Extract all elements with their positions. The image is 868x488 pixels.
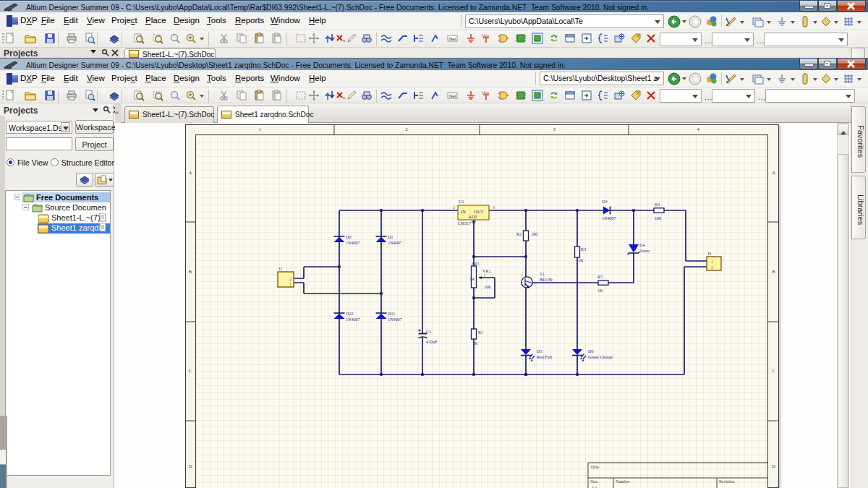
svg-text:Revision: Revision xyxy=(719,479,734,484)
svg-text:D3: D3 xyxy=(602,200,607,204)
svg-text:D22: D22 xyxy=(346,312,354,316)
svg-text:R5: R5 xyxy=(597,275,603,279)
svg-text:1: 1 xyxy=(483,274,485,278)
svg-text:R3: R3 xyxy=(581,247,586,252)
svg-text:VR5: VR5 xyxy=(472,262,480,266)
svg-text:1N4007: 1N4007 xyxy=(602,216,616,221)
svg-text:ADJ: ADJ xyxy=(468,214,477,219)
svg-text:2: 2 xyxy=(289,277,292,281)
svg-text:IN: IN xyxy=(461,209,466,214)
svg-text:C: C xyxy=(189,368,192,373)
svg-text:1: 1 xyxy=(258,127,260,132)
svg-text:R1: R1 xyxy=(478,330,483,335)
svg-text:470uF: 470uF xyxy=(426,340,438,344)
svg-text:3: 3 xyxy=(553,127,555,132)
svg-text:C1: C1 xyxy=(426,330,431,334)
svg-text:100: 100 xyxy=(655,216,661,221)
svg-text:Zener: Zener xyxy=(639,249,650,253)
svg-text:D6: D6 xyxy=(588,349,593,354)
svg-text:Green Charge: Green Charge xyxy=(588,355,613,359)
svg-text:1N4007: 1N4007 xyxy=(388,317,402,322)
svg-text:VR1: VR1 xyxy=(482,269,491,273)
svg-text:1N4007: 1N4007 xyxy=(346,317,360,322)
svg-text:1K: 1K xyxy=(472,341,478,346)
svg-text:Red Full: Red Full xyxy=(537,355,552,359)
svg-text:BD139: BD139 xyxy=(540,278,553,282)
svg-text:Size: Size xyxy=(590,479,598,484)
svg-text:D: D xyxy=(772,463,775,468)
svg-text:B: B xyxy=(772,269,775,274)
svg-text:D5: D5 xyxy=(537,349,542,354)
svg-text:10K: 10K xyxy=(484,285,492,289)
svg-text:3: 3 xyxy=(493,205,495,210)
svg-text:C: C xyxy=(772,368,775,373)
svg-text:1K: 1K xyxy=(578,258,584,262)
svg-text:LM317: LM317 xyxy=(458,221,471,226)
svg-text:D1: D1 xyxy=(388,235,393,239)
svg-text:1: 1 xyxy=(711,260,713,264)
svg-text:4: 4 xyxy=(697,127,699,132)
svg-text:J2: J2 xyxy=(707,252,711,256)
svg-text:2: 2 xyxy=(711,265,713,270)
svg-text:A4: A4 xyxy=(591,485,597,488)
svg-text:180: 180 xyxy=(531,232,537,236)
svg-text:J1: J1 xyxy=(278,267,282,271)
svg-text:T1: T1 xyxy=(540,272,545,276)
svg-text:TA: TA xyxy=(469,277,475,281)
svg-text:Number: Number xyxy=(616,479,630,484)
svg-text:B: B xyxy=(189,269,192,274)
svg-text:Title: Title xyxy=(590,464,599,469)
svg-text:D4: D4 xyxy=(639,243,644,247)
svg-text:D0: D0 xyxy=(346,235,351,239)
svg-text:1N4007: 1N4007 xyxy=(388,241,402,245)
svg-text:A: A xyxy=(772,170,775,175)
svg-text:D11: D11 xyxy=(388,312,395,316)
svg-text:2: 2 xyxy=(453,205,455,210)
svg-text:U1: U1 xyxy=(459,200,464,204)
svg-text:R2: R2 xyxy=(516,232,522,236)
svg-text:1: 1 xyxy=(289,282,292,286)
svg-text:D: D xyxy=(189,463,192,468)
svg-text:2: 2 xyxy=(405,127,407,132)
svg-text:A: A xyxy=(189,170,192,175)
svg-text:1N4007: 1N4007 xyxy=(346,241,360,245)
svg-text:1K: 1K xyxy=(597,288,603,293)
svg-text:R4: R4 xyxy=(655,202,660,207)
